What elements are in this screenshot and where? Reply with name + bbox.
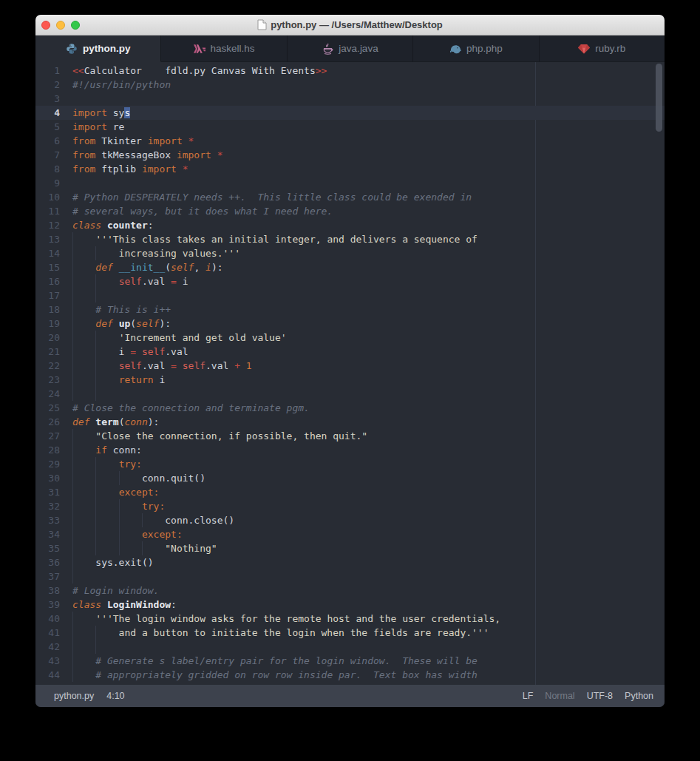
code-line[interactable]: 43 # Generate s label/entry pair for the… bbox=[35, 654, 665, 668]
line-number[interactable]: 14 bbox=[35, 246, 60, 260]
code-line[interactable]: 34 except: bbox=[35, 527, 665, 541]
code-line[interactable]: 24 bbox=[35, 387, 665, 401]
line-number[interactable]: 22 bbox=[35, 359, 60, 373]
code-line[interactable]: 44 # appropriately gridded on row row in… bbox=[35, 668, 665, 682]
code-line[interactable]: 39class LoginWindow: bbox=[35, 598, 665, 612]
line-number[interactable]: 36 bbox=[35, 555, 60, 569]
line-number[interactable]: 15 bbox=[35, 260, 60, 274]
line-number[interactable]: 9 bbox=[35, 176, 60, 190]
status-line-ending[interactable]: LF bbox=[523, 691, 534, 701]
code-line[interactable]: 29 try: bbox=[35, 457, 665, 471]
code-line[interactable]: 4import sys bbox=[35, 106, 665, 120]
title-bar[interactable]: python.py — /Users/Matthew/Desktop bbox=[35, 15, 665, 35]
line-number[interactable]: 33 bbox=[35, 513, 60, 527]
line-number[interactable]: 11 bbox=[35, 204, 60, 218]
line-number[interactable]: 38 bbox=[35, 584, 60, 598]
editor-pane[interactable]: 1<<Calculator fdld.py Canvas With Events… bbox=[35, 62, 665, 685]
line-number[interactable]: 8 bbox=[35, 162, 60, 176]
line-number[interactable]: 41 bbox=[35, 626, 60, 640]
close-button[interactable] bbox=[41, 21, 50, 30]
code-line[interactable]: 23 return i bbox=[35, 373, 665, 387]
code-line[interactable]: 37 bbox=[35, 569, 665, 584]
status-vim-mode[interactable]: Normal bbox=[545, 691, 574, 701]
line-number[interactable]: 2 bbox=[35, 78, 60, 92]
code-line[interactable]: 18 # This is i++ bbox=[35, 302, 665, 317]
code-line[interactable]: 33 conn.close() bbox=[35, 513, 665, 527]
line-number[interactable]: 16 bbox=[35, 274, 60, 288]
line-number[interactable]: 3 bbox=[35, 92, 60, 106]
tab-haskell[interactable]: haskell.hs bbox=[161, 35, 287, 62]
line-number[interactable]: 4 bbox=[35, 106, 60, 120]
status-cursor-position[interactable]: 4:10 bbox=[106, 691, 124, 701]
line-number[interactable]: 44 bbox=[35, 668, 60, 682]
line-number[interactable]: 42 bbox=[35, 640, 60, 654]
code-line[interactable]: 14 increasing values.''' bbox=[35, 246, 665, 260]
line-number[interactable]: 10 bbox=[35, 190, 60, 204]
zoom-button[interactable] bbox=[71, 21, 80, 30]
line-number[interactable]: 18 bbox=[35, 302, 60, 317]
code-line[interactable]: 21 i = self.val bbox=[35, 345, 665, 359]
line-number[interactable]: 25 bbox=[35, 401, 60, 415]
line-number[interactable]: 35 bbox=[35, 541, 60, 555]
line-number[interactable]: 6 bbox=[35, 134, 60, 148]
code-line[interactable]: 31 except: bbox=[35, 485, 665, 499]
code-line[interactable]: 12class counter: bbox=[35, 218, 665, 232]
line-number[interactable]: 27 bbox=[35, 429, 60, 443]
code-line[interactable]: 38# Login window. bbox=[35, 584, 665, 598]
code-line[interactable]: 5import re bbox=[35, 120, 665, 134]
code-line[interactable]: 42 bbox=[35, 640, 665, 654]
line-number[interactable]: 7 bbox=[35, 148, 60, 162]
code-line[interactable]: 9 bbox=[35, 176, 665, 190]
code-line[interactable]: 13 '''This class takes an initial intege… bbox=[35, 232, 665, 246]
code-line[interactable]: 26def term(conn): bbox=[35, 415, 665, 429]
code-line[interactable]: 19 def up(self): bbox=[35, 317, 665, 331]
line-number[interactable]: 26 bbox=[35, 415, 60, 429]
code-line[interactable]: 17 bbox=[35, 288, 665, 302]
line-number[interactable]: 24 bbox=[35, 387, 60, 401]
code-line[interactable]: 35 "Nothing" bbox=[35, 541, 665, 555]
code-line[interactable]: 7from tkMessageBox import * bbox=[35, 148, 665, 162]
code-line[interactable]: 40 '''The login window asks for the remo… bbox=[35, 612, 665, 626]
line-number[interactable]: 1 bbox=[35, 64, 60, 78]
code-line[interactable]: 8from ftplib import * bbox=[35, 162, 665, 176]
line-number[interactable]: 21 bbox=[35, 345, 60, 359]
line-number[interactable]: 31 bbox=[35, 485, 60, 499]
code-line[interactable]: 11# several ways, but it does what I nee… bbox=[35, 204, 665, 218]
code-line[interactable]: 22 self.val = self.val + 1 bbox=[35, 359, 665, 373]
line-number[interactable]: 12 bbox=[35, 218, 60, 232]
tab-php[interactable]: php.php bbox=[413, 35, 539, 62]
line-number[interactable]: 28 bbox=[35, 443, 60, 457]
code-line[interactable]: 20 'Increment and get old value' bbox=[35, 331, 665, 345]
line-number[interactable]: 43 bbox=[35, 654, 60, 668]
scrollbar-thumb[interactable] bbox=[656, 64, 662, 132]
code-line[interactable]: 28 if conn: bbox=[35, 443, 665, 457]
line-number[interactable]: 20 bbox=[35, 331, 60, 345]
line-number[interactable]: 17 bbox=[35, 288, 60, 302]
line-number[interactable]: 39 bbox=[35, 598, 60, 612]
line-number[interactable]: 30 bbox=[35, 471, 60, 485]
code-line[interactable]: 10# Python DESPERATELY needs ++. This li… bbox=[35, 190, 665, 204]
status-language[interactable]: Python bbox=[625, 691, 653, 701]
line-number[interactable]: 32 bbox=[35, 499, 60, 513]
code-line[interactable]: 2#!/usr/bin/python bbox=[35, 78, 665, 92]
code-line[interactable]: 41 and a button to initiate the login wh… bbox=[35, 626, 665, 640]
code-line[interactable]: 3 bbox=[35, 92, 665, 106]
tab-python[interactable]: python.py bbox=[35, 35, 161, 62]
line-number[interactable]: 19 bbox=[35, 317, 60, 331]
line-number[interactable]: 13 bbox=[35, 232, 60, 246]
code-line[interactable]: 30 conn.quit() bbox=[35, 471, 665, 485]
line-number[interactable]: 23 bbox=[35, 373, 60, 387]
code-line[interactable]: 1<<Calculator fdld.py Canvas With Events… bbox=[35, 64, 665, 78]
line-number[interactable]: 37 bbox=[35, 569, 60, 584]
line-number[interactable]: 5 bbox=[35, 120, 60, 134]
code-line[interactable]: 15 def __init__(self, i): bbox=[35, 260, 665, 274]
code-line[interactable]: 36 sys.exit() bbox=[35, 555, 665, 569]
minimize-button[interactable] bbox=[56, 21, 65, 30]
code-line[interactable]: 32 try: bbox=[35, 499, 665, 513]
tab-java[interactable]: java.java bbox=[288, 35, 413, 62]
code-line[interactable]: 16 self.val = i bbox=[35, 274, 665, 288]
tab-ruby[interactable]: ruby.rb bbox=[540, 35, 665, 62]
code-line[interactable]: 25# Close the connection and terminate p… bbox=[35, 401, 665, 415]
line-number[interactable]: 29 bbox=[35, 457, 60, 471]
line-number[interactable]: 34 bbox=[35, 527, 60, 541]
